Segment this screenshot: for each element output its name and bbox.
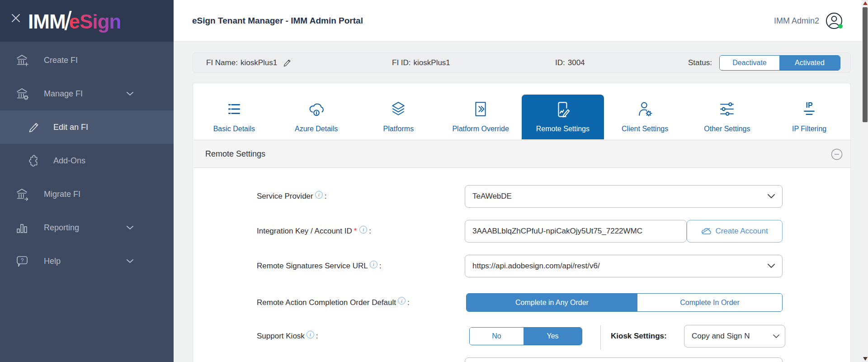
ip-glyph: IP — [806, 101, 813, 109]
sidebar-item-add-ons[interactable]: Add-Ons — [0, 144, 174, 177]
sidebar-item-reporting[interactable]: Reporting — [0, 211, 174, 244]
cloud-create-icon — [701, 227, 711, 235]
integration-key-value: 3AAABLblqZhCPfuU-npiCakOjy5Ut75_7222WMC — [472, 227, 679, 236]
status-label: Status: — [688, 58, 712, 67]
scrollbar-thumb[interactable] — [863, 7, 868, 122]
tab-label: Basic Details — [193, 125, 275, 133]
kiosk-settings-select[interactable]: Copy and Sign N — [684, 325, 785, 348]
collapse-panel-icon[interactable] — [831, 148, 843, 160]
vertical-scrollbar[interactable] — [862, 0, 868, 362]
kiosk-no-button[interactable]: No — [470, 328, 524, 345]
completion-order-toggle: Complete in Any Order Complete In Order — [466, 293, 783, 312]
tab-platforms[interactable]: Platforms — [358, 83, 440, 139]
sidebar-item-label: Manage FI — [44, 89, 83, 99]
layers-icon — [390, 101, 406, 117]
complete-in-order-button[interactable]: Complete In Order — [637, 294, 782, 311]
sidebar-item-label: Reporting — [44, 223, 79, 233]
tenant-card: Basic Details Azure Details — [193, 83, 851, 362]
tab-platform-override[interactable]: Platform Override — [439, 83, 522, 139]
app-logo: IMM / eSign — [28, 6, 121, 37]
username: IMM Admin2 — [774, 16, 819, 26]
sidebar-item-migrate-fi[interactable]: Migrate FI — [0, 177, 174, 211]
required-asterisk: * — [354, 227, 357, 236]
fi-id-label: FI ID: — [392, 58, 411, 67]
logo-slash: / — [65, 5, 72, 36]
sidebar-item-help[interactable]: ? Help — [0, 244, 174, 278]
fi-name: FI Name: kioskPlus1 — [206, 53, 292, 72]
user-menu[interactable]: IMM Admin2 — [774, 0, 843, 42]
edit-fi-name-icon[interactable] — [283, 58, 292, 67]
bar-chart-icon — [15, 221, 29, 234]
sidebar-item-label: Help — [44, 257, 61, 266]
user-gear-icon — [637, 101, 653, 117]
avatar[interactable] — [826, 12, 843, 29]
tab-remote-settings[interactable]: Remote Settings — [522, 83, 604, 139]
chevron-down-icon — [768, 194, 775, 199]
tab-client-settings[interactable]: Client Settings — [604, 83, 686, 139]
main-area: eSign Tenant Manager - IMM Admin Portal … — [174, 0, 868, 362]
fi-name-label: FI Name: — [206, 58, 238, 67]
cloud-info-icon — [308, 101, 325, 117]
service-provider-value: TeAWebDE — [472, 192, 762, 201]
sidebar-item-edit-an-fi[interactable]: Edit an FI — [0, 110, 174, 144]
activated-button[interactable]: Activated — [779, 56, 840, 70]
sidebar-item-manage-fi[interactable]: Manage FI — [0, 77, 174, 110]
scroll-up-arrow-icon[interactable] — [863, 1, 868, 5]
remote-url-select[interactable]: https://api.adobesign.com/api/rest/v6/ — [465, 255, 783, 277]
completion-order-label: Remote Action Completion Order Default i… — [257, 293, 410, 312]
scroll-down-arrow-icon[interactable] — [863, 357, 868, 361]
info-icon[interactable]: i — [359, 226, 367, 233]
chevron-down-icon — [127, 259, 133, 263]
sidebar-item-label: Create FI — [44, 56, 78, 65]
bank-plus-icon — [15, 53, 29, 67]
tab-label: IP Filtering — [768, 125, 850, 133]
tab-basic-details[interactable]: Basic Details — [193, 83, 275, 139]
tab-bar: Basic Details Azure Details — [193, 83, 850, 139]
sidebar-nav: Create FI Manage FI — [0, 43, 174, 278]
info-icon[interactable]: i — [315, 191, 323, 199]
panel-title: Remote Settings — [205, 140, 265, 167]
help-question-glyph: ? — [21, 257, 24, 264]
integration-key-label: Integration Key / Account ID * i : — [257, 220, 371, 243]
kiosk-yes-button[interactable]: Yes — [524, 328, 582, 345]
puzzle-icon — [27, 155, 40, 167]
sliders-icon — [718, 101, 736, 117]
tab-other-settings[interactable]: Other Settings — [686, 83, 769, 139]
info-icon[interactable]: i — [398, 297, 406, 305]
fi-id-value: kioskPlus1 — [414, 58, 450, 67]
tab-azure-details[interactable]: Azure Details — [275, 83, 358, 139]
online-status-dot — [838, 24, 843, 29]
info-icon[interactable]: i — [307, 331, 314, 338]
close-icon[interactable] — [10, 12, 22, 24]
create-account-button[interactable]: Create Account — [687, 220, 783, 243]
complete-any-order-button[interactable]: Complete in Any Order — [467, 294, 637, 311]
service-provider-select[interactable]: TeAWebDE — [465, 185, 783, 208]
tab-label: Platforms — [358, 125, 440, 133]
info-icon[interactable]: i — [370, 261, 377, 268]
tab-label: Platform Override — [439, 125, 522, 133]
sidebar-item-label: Migrate FI — [44, 190, 80, 199]
kiosk-settings-value: Copy and Sign N — [692, 332, 773, 341]
page: IMM / eSign Create FI — [0, 0, 868, 362]
next-field-partial-input[interactable] — [465, 357, 783, 362]
help-bubble-icon: ? — [15, 254, 29, 268]
chevron-down-icon — [773, 334, 779, 338]
tab-ip-filtering[interactable]: IP IP Filtering — [768, 83, 850, 139]
service-provider-label: Service Provider i : — [257, 185, 326, 208]
sidebar: IMM / eSign Create FI — [0, 0, 174, 362]
tab-label: Azure Details — [275, 125, 358, 133]
deactivate-button[interactable]: Deactivate — [720, 56, 779, 70]
fi-id: FI ID: kioskPlus1 — [392, 53, 450, 72]
remote-sign-icon — [555, 101, 571, 118]
chevron-down-icon — [127, 226, 133, 230]
sidebar-header: IMM / eSign — [0, 0, 174, 42]
chevron-down-icon — [127, 92, 133, 96]
remote-url-label: Remote Signatures Service URL i : — [257, 255, 381, 277]
tab-label: Client Settings — [604, 125, 686, 133]
integration-key-row: Integration Key / Account ID * i : 3AAAB… — [193, 220, 850, 243]
support-kiosk-row: Support Kiosk i : No Yes Kiosk Settings:… — [193, 327, 850, 345]
sidebar-item-label: Edit an FI — [53, 123, 88, 132]
sidebar-item-create-fi[interactable]: Create FI — [0, 43, 174, 77]
integration-key-input[interactable]: 3AAABLblqZhCPfuU-npiCakOjy5Ut75_7222WMC — [465, 220, 687, 243]
tab-label: Remote Settings — [522, 125, 604, 133]
